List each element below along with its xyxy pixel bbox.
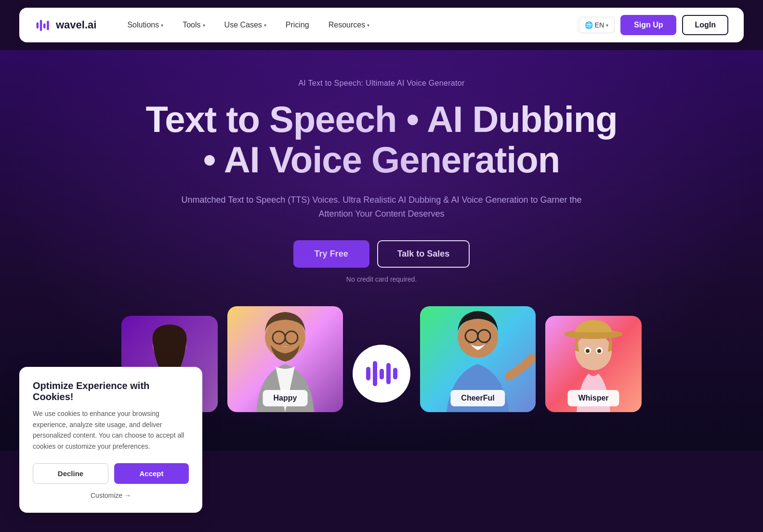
svg-rect-0 bbox=[37, 23, 39, 29]
voice-card-happy-label: Happy bbox=[263, 390, 308, 406]
navbar: wavel.ai Solutions ▾ Tools ▾ Use Cases ▾… bbox=[19, 8, 744, 42]
solutions-chevron-icon: ▾ bbox=[161, 23, 163, 28]
resources-chevron-icon: ▾ bbox=[367, 23, 369, 28]
use-cases-chevron-icon: ▾ bbox=[264, 23, 266, 28]
voice-card-whisper-label: Whisper bbox=[567, 390, 619, 406]
hero-cta-buttons: Try Free Talk to Sales bbox=[19, 240, 744, 268]
no-credit-text: No credit card required. bbox=[19, 275, 744, 283]
cookie-banner: Optimize Experience with Cookies! We use… bbox=[19, 367, 202, 513]
nav-actions: 🌐 EN ▾ Sign Up LogIn bbox=[579, 15, 728, 35]
svg-rect-2 bbox=[43, 23, 46, 28]
voice-card-whisper[interactable]: Whisper bbox=[545, 316, 642, 412]
tools-chevron-icon: ▾ bbox=[203, 23, 205, 28]
svg-rect-11 bbox=[380, 369, 384, 379]
hero-subtitle: AI Text to Speech: Ultimate AI Voice Gen… bbox=[19, 79, 744, 88]
svg-rect-29 bbox=[599, 359, 603, 366]
svg-rect-9 bbox=[366, 367, 370, 380]
nav-tools[interactable]: Tools ▾ bbox=[175, 17, 212, 33]
svg-rect-12 bbox=[386, 363, 391, 384]
center-logo-circle[interactable] bbox=[353, 345, 410, 402]
cookie-title: Optimize Experience with Cookies! bbox=[33, 380, 189, 402]
login-button[interactable]: LogIn bbox=[682, 15, 728, 35]
svg-rect-27 bbox=[588, 359, 592, 367]
svg-rect-13 bbox=[393, 368, 397, 379]
svg-point-24 bbox=[586, 349, 590, 353]
nav-links: Solutions ▾ Tools ▾ Use Cases ▾ Pricing … bbox=[119, 17, 578, 33]
talk-to-sales-button[interactable]: Talk to Sales bbox=[377, 240, 470, 268]
cookie-action-buttons: Decline Accept bbox=[33, 463, 189, 484]
nav-solutions[interactable]: Solutions ▾ bbox=[119, 17, 171, 33]
voice-card-cheerful-label: CheerFul bbox=[450, 390, 505, 406]
svg-rect-26 bbox=[582, 360, 586, 367]
nav-pricing[interactable]: Pricing bbox=[278, 17, 317, 33]
cookie-description: We use cookies to enhance your browsing … bbox=[33, 408, 189, 452]
hero-title-line2: • AI Voice Generation bbox=[203, 139, 560, 180]
nav-resources[interactable]: Resources ▾ bbox=[321, 17, 377, 33]
voice-card-cheerful[interactable]: CheerFul bbox=[420, 306, 536, 412]
voice-card-happy[interactable]: Happy bbox=[227, 306, 343, 412]
hero-title-line1: Text to Speech • AI Dubbing bbox=[145, 99, 617, 140]
svg-rect-1 bbox=[40, 20, 42, 31]
logo-text: wavel.ai bbox=[56, 19, 96, 31]
svg-rect-10 bbox=[373, 361, 377, 386]
language-selector[interactable]: 🌐 EN ▾ bbox=[579, 17, 615, 33]
logo[interactable]: wavel.ai bbox=[35, 16, 96, 34]
decline-button[interactable]: Decline bbox=[33, 463, 108, 484]
globe-icon: 🌐 bbox=[585, 21, 593, 29]
signup-button[interactable]: Sign Up bbox=[620, 15, 676, 35]
svg-rect-21 bbox=[565, 332, 622, 336]
try-free-button[interactable]: Try Free bbox=[293, 240, 369, 268]
svg-point-25 bbox=[597, 349, 601, 353]
nav-use-cases[interactable]: Use Cases ▾ bbox=[217, 17, 274, 33]
globe-chevron-icon: ▾ bbox=[606, 23, 608, 28]
hero-title: Text to Speech • AI Dubbing • AI Voice G… bbox=[19, 99, 744, 180]
svg-rect-28 bbox=[593, 359, 597, 367]
svg-rect-3 bbox=[47, 21, 49, 30]
customize-link[interactable]: Customize → bbox=[33, 492, 189, 499]
hero-description: Unmatched Text to Speech (TTS) Voices. U… bbox=[165, 193, 598, 221]
accept-button[interactable]: Accept bbox=[114, 463, 189, 484]
